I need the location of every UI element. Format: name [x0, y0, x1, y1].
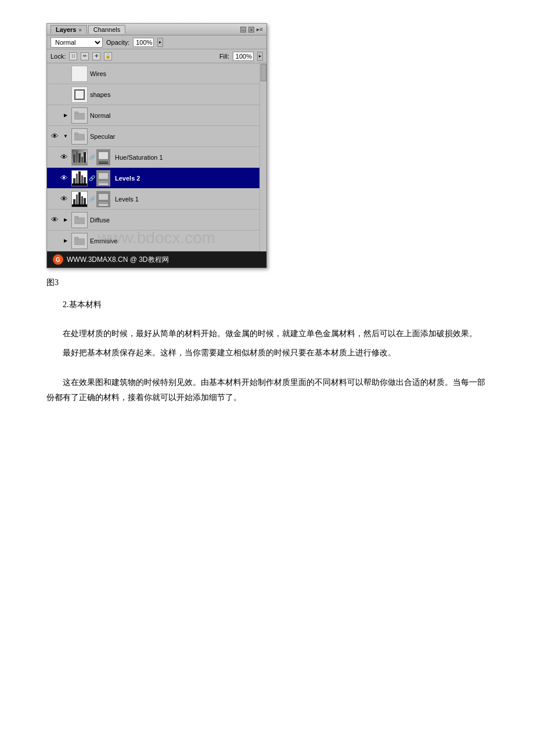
article-section-heading: 2.基本材料	[46, 300, 102, 316]
visibility-icon-wires[interactable]	[49, 69, 60, 79]
shapes-inner	[74, 89, 85, 100]
layer-name-levels1: Levels 1	[113, 196, 257, 203]
article-section-2: 这在效果图和建筑物的时候特别见效。由基本材料开始制作材质里面的不同材料可以帮助你…	[46, 375, 488, 409]
layer-row-levels2[interactable]: 👁	[47, 168, 259, 189]
mask-white-huesat	[99, 152, 108, 159]
thumb-levels1-adj	[71, 191, 88, 207]
svg-rect-5	[74, 216, 78, 218]
close-button[interactable]: ×	[248, 27, 254, 33]
panel-menu-icon[interactable]: ▸≡	[257, 26, 263, 33]
layer-row-levels1[interactable]: 👁	[47, 189, 259, 210]
article-para-1: 在处理材质的时候，最好从简单的材料开始。做金属的时候，就建立单色金属材料，然后可…	[46, 326, 477, 341]
visibility-icon-emmisive[interactable]	[49, 236, 60, 246]
layer-row-wires[interactable]: Wires	[47, 63, 259, 84]
lock-fill-bar: Lock: □ ✏ ✛ 🔒 Fill: ▸	[47, 49, 266, 63]
huesat-bars	[72, 150, 87, 163]
figure-label: 图3	[46, 278, 59, 288]
layer-name-emmisive: Emmisive	[90, 237, 257, 244]
thumb-diffuse-folder	[71, 212, 88, 228]
expand-diffuse[interactable]: ▶	[62, 217, 69, 224]
visibility-icon-specular[interactable]: 👁	[49, 131, 60, 142]
panel-tabs: Layers× Channels	[50, 25, 125, 34]
thumb-emmisive-folder	[71, 233, 88, 249]
thumb-huesat-adj	[71, 149, 88, 165]
visibility-icon-shapes[interactable]	[49, 89, 60, 100]
titlebar-controls: – × ▸≡	[240, 26, 263, 33]
layer-name-huesat1: Hue/Saturation 1	[113, 154, 257, 161]
lock-image-icon[interactable]: ✏	[81, 52, 89, 60]
layer-name-wires: Wires	[90, 70, 257, 77]
watermark-text: WWW.3DMAX8.CN @ 3D教程网	[67, 255, 169, 265]
panel-titlebar: Layers× Channels – × ▸≡	[47, 24, 266, 35]
chain-icon-huesat: 🔗	[89, 154, 95, 160]
tab-layers-label: Layers	[56, 26, 76, 33]
expand-shapes	[62, 91, 69, 98]
expand-normal[interactable]: ▶	[62, 112, 69, 119]
panel-scrollbar[interactable]	[259, 63, 266, 251]
svg-rect-4	[74, 218, 85, 224]
thumb-specular-folder	[71, 128, 88, 145]
lock-position-icon[interactable]: ✛	[92, 52, 100, 60]
article-para-3: 这在效果图和建筑物的时候特别见效。由基本材料开始制作材质里面的不同材料可以帮助你…	[46, 375, 488, 404]
tab-layers[interactable]: Layers×	[50, 25, 87, 34]
svg-rect-1	[74, 111, 78, 114]
thumb-normal-folder	[71, 107, 88, 124]
mask-thumb-levels2	[96, 170, 110, 186]
article-section-1: 在处理材质的时候，最好从简单的材料开始。做金属的时候，就建立单色金属材料，然后可…	[46, 326, 477, 365]
lock-all-icon[interactable]: 🔒	[104, 52, 112, 60]
blend-opacity-bar: Normal Opacity: ▸	[47, 35, 266, 49]
watermark-bar: G WWW.3DMAX8.CN @ 3D教程网	[47, 251, 266, 268]
expand-wires	[62, 70, 69, 77]
photoshop-layers-panel: Layers× Channels – × ▸≡ Nor	[46, 23, 267, 268]
layer-row-shapes[interactable]: shapes	[47, 84, 259, 105]
blend-mode-select[interactable]: Normal	[50, 37, 103, 48]
layer-row-emmisive-group[interactable]: ▶ Emmisive	[47, 231, 259, 251]
layers-list-container: Wires shapes	[47, 63, 266, 251]
visibility-icon-normal[interactable]	[49, 110, 60, 121]
mask-thumb-huesat	[96, 149, 110, 165]
thumb-wires	[71, 66, 88, 82]
layer-name-shapes: shapes	[90, 91, 257, 98]
layer-row-normal-group[interactable]: ▶ Normal	[47, 105, 259, 126]
fill-arrow[interactable]: ▸	[257, 52, 263, 61]
opacity-input[interactable]	[133, 38, 154, 47]
article-para-2: 最好把基本材质保存起来。这样，当你需要建立相似材质的时候只要在基本材质上进行修改…	[46, 345, 477, 360]
visibility-icon-levels2[interactable]: 👁	[59, 173, 69, 183]
mask-thumb-levels1	[96, 191, 110, 207]
lock-label: Lock:	[50, 53, 66, 60]
chain-icon-levels2: 🔗	[89, 175, 95, 181]
layer-name-diffuse: Diffuse	[90, 217, 257, 224]
fill-input[interactable]	[233, 52, 254, 61]
layer-name-levels2: Levels 2	[113, 175, 257, 182]
expand-emmisive[interactable]: ▶	[62, 237, 69, 244]
layer-name-normal: Normal	[90, 112, 257, 119]
layer-name-specular: Specular	[90, 133, 257, 140]
tab-layers-close[interactable]: ×	[78, 27, 81, 33]
layer-row-diffuse-group[interactable]: 👁 ▶ Diffuse	[47, 210, 259, 231]
svg-rect-6	[74, 239, 85, 245]
thumb-levels2-adj	[71, 170, 88, 186]
svg-rect-7	[74, 237, 78, 239]
levels1-bars	[72, 192, 87, 204]
section-heading: 2.基本材料	[46, 300, 102, 310]
opacity-arrow[interactable]: ▸	[157, 38, 163, 47]
thumb-shapes	[71, 87, 88, 103]
expand-specular[interactable]: ▼	[62, 133, 69, 140]
tab-channels[interactable]: Channels	[88, 25, 125, 34]
layer-row-specular-group[interactable]: 👁 ▼ Specular	[47, 126, 259, 147]
ps-panel-container: www.bdocx.com Layers× Channels –	[46, 23, 267, 268]
svg-rect-3	[74, 132, 78, 135]
levels2-bars	[72, 171, 87, 183]
watermark-logo: G	[53, 254, 63, 265]
visibility-icon-diffuse[interactable]: 👁	[49, 215, 60, 225]
layer-row-huesat1[interactable]: 👁	[47, 147, 259, 168]
visibility-icon-levels1[interactable]: 👁	[59, 194, 69, 204]
lock-transparent-icon[interactable]: □	[69, 52, 77, 60]
minimize-button[interactable]: –	[240, 27, 246, 33]
chain-icon-levels1: 🔗	[89, 196, 95, 202]
opacity-label: Opacity:	[106, 39, 129, 46]
tab-channels-label: Channels	[93, 26, 120, 33]
visibility-icon-huesat1[interactable]: 👁	[59, 152, 69, 163]
scrollbar-thumb[interactable]	[261, 64, 266, 81]
svg-rect-2	[74, 134, 85, 141]
